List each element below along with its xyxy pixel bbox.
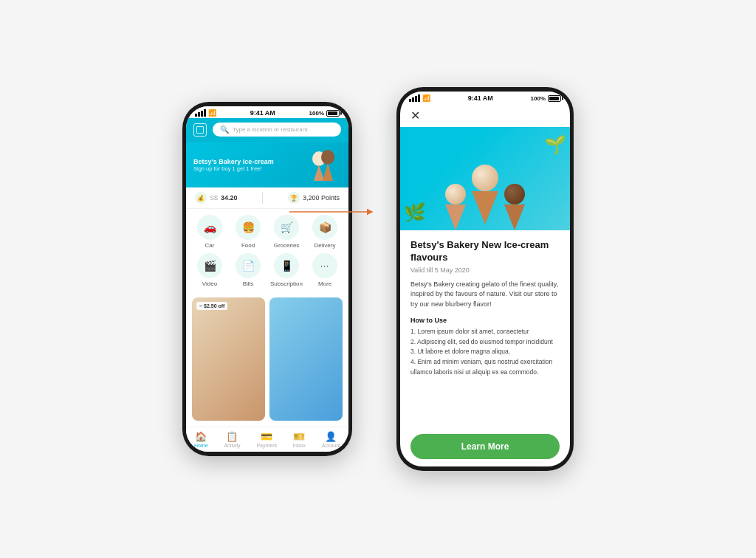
- leaf-left-icon: 🌿: [404, 202, 426, 223]
- svg-marker-2: [314, 165, 324, 181]
- how-to-list: 1. Lorem ipsum dolor sit amet, consectet…: [410, 327, 560, 377]
- banner-title: Betsy's Bakery Ice-cream: [193, 158, 274, 165]
- detail-valid: Valid till 5 May 2020: [410, 266, 560, 274]
- arrow-connector: [289, 204, 378, 219]
- status-bar-right: 📶 9:41 AM 100%: [400, 92, 570, 103]
- nav-label-payment: Payment: [256, 443, 277, 448]
- detail-header: ✕: [400, 103, 570, 127]
- promo-section: ~ $2.50 off: [186, 297, 348, 427]
- svg-point-1: [321, 150, 334, 165]
- home-nav-icon: 🏠: [195, 431, 207, 442]
- nav-label-home: Home: [194, 443, 208, 448]
- battery-icon-left: [326, 110, 340, 117]
- nav-activity[interactable]: 📋 Activity: [224, 431, 240, 448]
- bills-icon: 📄: [236, 253, 261, 278]
- detail-title: Betsy's Bakery New Ice-cream flavours: [410, 239, 560, 264]
- battery-icon-right: [548, 95, 561, 102]
- wallet-points-value: 3,200 Points: [303, 194, 340, 202]
- battery-label-right: 100%: [531, 95, 546, 102]
- cone-3: [504, 184, 525, 230]
- grid-item-more[interactable]: ··· More: [307, 253, 343, 287]
- left-phone-content: 🔍 Type a location or restaurant Betsy's …: [186, 118, 348, 452]
- signal-icon-right: [409, 94, 420, 102]
- how-to-use-title: How to Use: [410, 317, 560, 324]
- banner-subtitle: Sign up for buy 1 get 1 free!: [193, 165, 274, 172]
- grid-label-video: Video: [202, 280, 217, 287]
- banner[interactable]: Betsy's Bakery Ice-cream Sign up for buy…: [186, 142, 348, 187]
- food-icon: 🍔: [236, 215, 261, 240]
- cone-1: [445, 184, 466, 230]
- wifi-icon: 📶: [208, 109, 216, 117]
- grid-row-2: 🎬 Video 📄 Bills 📱 Subscription ···: [190, 253, 344, 287]
- battery-area-right: 100%: [531, 95, 561, 102]
- expand-icon: [193, 123, 207, 137]
- battery-area-left: 100%: [309, 110, 340, 117]
- activity-nav-icon: 📋: [226, 431, 238, 442]
- wifi-icon-right: 📶: [422, 94, 430, 102]
- grid-item-video[interactable]: 🎬 Video: [192, 253, 227, 287]
- nav-label-activity: Activity: [224, 443, 240, 448]
- grid-label-food: Food: [241, 242, 255, 249]
- ice-cream-visual: [445, 165, 525, 230]
- scene: 📶 9:41 AM 100% 🔍 Type a location or re: [0, 0, 756, 558]
- nav-payment[interactable]: 💳 Payment: [256, 431, 277, 448]
- promo-badge: ~ $2.50 off: [196, 302, 227, 310]
- search-icon: 🔍: [220, 125, 229, 134]
- step-1: 1. Lorem ipsum dolor sit amet, consectet…: [410, 327, 560, 337]
- grid-label-subscription: Subscription: [270, 280, 303, 287]
- left-phone: 📶 9:41 AM 100% 🔍 Type a location or re: [182, 102, 352, 456]
- promo-card-2[interactable]: [269, 297, 343, 421]
- inbox-nav-icon: 🎫: [293, 431, 305, 442]
- wallet-amount[interactable]: 💰 S$ 34.20: [195, 192, 238, 204]
- banner-image: [304, 148, 341, 182]
- grid-item-food[interactable]: 🍔 Food: [230, 215, 266, 249]
- battery-label-left: 100%: [309, 110, 324, 117]
- more-icon: ···: [312, 253, 337, 278]
- wallet-divider: [262, 192, 263, 204]
- video-icon: 🎬: [197, 253, 222, 278]
- wallet-icon: 💰: [195, 192, 207, 204]
- grid-item-delivery[interactable]: 📦 Delivery: [307, 215, 343, 249]
- grid-label-more: More: [318, 280, 331, 287]
- time-left: 9:41 AM: [250, 109, 275, 117]
- search-field[interactable]: 🔍 Type a location or restaurant: [213, 123, 341, 137]
- grid-label-delivery: Delivery: [315, 242, 336, 249]
- wallet-amount-prefix: S$: [210, 194, 218, 202]
- grid-label-bills: Bills: [243, 280, 254, 287]
- right-phone: 📶 9:41 AM 100% ✕ 🌿 🌱: [396, 87, 574, 471]
- nav-account[interactable]: 👤 Account: [322, 431, 340, 448]
- step-2: 2. Adipiscing elit, sed do eiusmod tempo…: [410, 337, 560, 348]
- nav-inbox[interactable]: 🎫 Inbox: [293, 431, 306, 448]
- status-left-right: 📶: [409, 94, 430, 102]
- car-icon: 🚗: [197, 215, 222, 240]
- grid-item-groceries[interactable]: 🛒 Groceries: [269, 215, 304, 249]
- wallet-points[interactable]: 🏆 3,200 Points: [288, 192, 340, 204]
- signal-icon: [195, 109, 206, 117]
- points-icon: 🏆: [288, 192, 300, 204]
- search-placeholder: Type a location or restaurant: [233, 126, 307, 133]
- search-bar[interactable]: 🔍 Type a location or restaurant: [186, 118, 348, 142]
- promo-card-1[interactable]: ~ $2.50 off: [192, 297, 265, 421]
- grid-row-1: 🚗 Car 🍔 Food 🛒 Groceries 📦: [190, 215, 344, 249]
- time-right: 9:41 AM: [468, 94, 493, 102]
- grid-item-subscription[interactable]: 📱 Subscription: [269, 253, 304, 287]
- banner-text: Betsy's Bakery Ice-cream Sign up for buy…: [193, 158, 274, 172]
- cone-2: [472, 165, 498, 224]
- wallet-amount-value: 34.20: [221, 194, 238, 202]
- detail-footer: Learn More: [400, 427, 570, 466]
- step-4: 4. Enim ad minim veniam, quis nostrud ex…: [410, 357, 560, 377]
- detail-image: 🌿 🌱: [400, 127, 570, 230]
- grid-label-car: Car: [205, 242, 215, 249]
- payment-nav-icon: 💳: [261, 431, 272, 442]
- detail-description: Betsy's Bakery creating gelato of the fi…: [410, 280, 560, 310]
- grid-item-bills[interactable]: 📄 Bills: [230, 253, 266, 287]
- nav-home[interactable]: 🏠 Home: [194, 431, 208, 448]
- nav-label-account: Account: [322, 443, 340, 448]
- nav-label-inbox: Inbox: [293, 443, 306, 448]
- close-button[interactable]: ✕: [408, 108, 422, 123]
- learn-more-button[interactable]: Learn More: [410, 434, 560, 459]
- status-bar-left: 📶 9:41 AM 100%: [186, 106, 348, 118]
- grid-item-car[interactable]: 🚗 Car: [192, 215, 227, 249]
- subscription-icon: 📱: [274, 253, 299, 278]
- account-nav-icon: 👤: [325, 431, 337, 442]
